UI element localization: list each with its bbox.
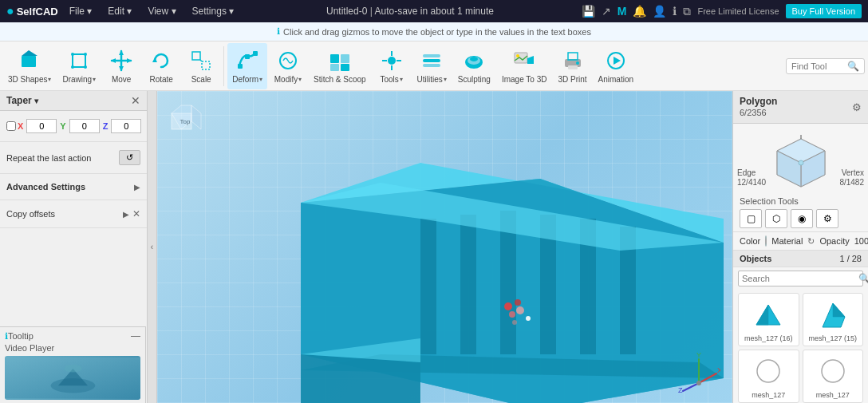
repeat-button[interactable]: ↺ bbox=[119, 150, 140, 165]
sel-btn-square[interactable]: ▢ bbox=[740, 209, 762, 228]
tool-utilities[interactable]: Utilities ▾ bbox=[412, 43, 452, 89]
tool-3d-print[interactable]: 3D Print bbox=[553, 43, 591, 89]
share-icon[interactable]: ↗ bbox=[602, 5, 611, 18]
svg-marker-31 bbox=[527, 56, 534, 64]
axis-y-input[interactable] bbox=[69, 119, 100, 133]
checkbox-x[interactable]: X bbox=[6, 121, 23, 131]
copy-offsets-label: Copy offsets bbox=[6, 209, 55, 219]
3d-preview-container: Edge 12/4140 Vertex 8/1482 bbox=[733, 124, 868, 193]
menu-view[interactable]: View ▾ bbox=[143, 4, 180, 18]
save-icon[interactable]: 💾 bbox=[582, 5, 595, 18]
taper-close-icon[interactable]: ✕ bbox=[131, 94, 140, 107]
rotate-icon bbox=[148, 48, 174, 73]
scale-label: Scale bbox=[191, 75, 211, 85]
external-icon[interactable]: ⧉ bbox=[683, 5, 691, 18]
polygon-count: 6/2356 bbox=[740, 108, 767, 117]
advanced-row[interactable]: Advanced Settings ▶ bbox=[6, 179, 140, 195]
tool-modify[interactable]: Modify ▾ bbox=[269, 43, 307, 89]
menu-file[interactable]: File ▾ bbox=[65, 4, 97, 18]
search-icon[interactable]: 🔍 bbox=[855, 271, 868, 286]
objects-count: 1 / 28 bbox=[839, 254, 862, 263]
tool-3d-shapes[interactable]: 3D Shapes ▾ bbox=[3, 43, 56, 89]
image-to-3d-label: Image To 3D bbox=[502, 75, 547, 85]
selection-buttons: ▢ ⬡ ◉ ⚙ bbox=[740, 209, 862, 228]
sel-btn-sphere[interactable]: ◉ bbox=[791, 209, 813, 228]
sel-btn-cube[interactable]: ⬡ bbox=[765, 209, 787, 228]
vertex-count: 8/1482 bbox=[839, 178, 864, 187]
axis-x-input[interactable] bbox=[26, 119, 57, 133]
svg-rect-21 bbox=[330, 64, 339, 71]
svg-point-78 bbox=[799, 160, 803, 165]
tool-tools[interactable]: Tools ▾ bbox=[373, 43, 411, 89]
mesh-item-2[interactable]: mesh_127 bbox=[738, 350, 799, 403]
image-to-3d-icon bbox=[511, 48, 537, 73]
bell-icon[interactable]: 🔔 bbox=[633, 5, 646, 18]
tool-scale[interactable]: Scale bbox=[182, 43, 220, 89]
settings-gear-icon[interactable]: ⚙ bbox=[852, 101, 862, 113]
checkbox-y[interactable]: Y bbox=[60, 121, 65, 131]
tool-stitch-scoop[interactable]: Stitch & Scoop bbox=[309, 43, 371, 89]
title-center: Untitled-0 | Auto-save in about 1 minute bbox=[245, 6, 575, 17]
objects-search-input[interactable] bbox=[739, 272, 855, 285]
svg-rect-26 bbox=[423, 64, 440, 67]
mesh-item-1[interactable]: mesh_127 (15) bbox=[803, 293, 864, 346]
buy-button[interactable]: Buy Full Version bbox=[786, 4, 862, 18]
modify-label: Modify ▾ bbox=[274, 75, 302, 85]
nav-cube[interactable]: Top bbox=[164, 97, 207, 141]
user-icon[interactable]: 👤 bbox=[653, 5, 666, 18]
svg-point-4 bbox=[84, 53, 87, 56]
mesh-shape-0 bbox=[748, 297, 788, 333]
copy-close-icon[interactable]: ✕ bbox=[132, 208, 140, 219]
find-tool-bar[interactable]: 🔍 bbox=[786, 58, 865, 74]
topbar: ● SelfCAD File ▾ Edit ▾ View ▾ Settings … bbox=[0, 0, 868, 22]
mesh-grid: mesh_127 (16) mesh_127 (15) bbox=[733, 290, 868, 403]
find-tool-search-icon: 🔍 bbox=[847, 61, 859, 72]
mesh-item-3[interactable]: mesh_127 bbox=[803, 350, 864, 403]
mesh-item-0[interactable]: mesh_127 (16) bbox=[738, 293, 799, 346]
sel-btn-more[interactable]: ⚙ bbox=[816, 209, 838, 228]
video-thumbnail[interactable] bbox=[5, 356, 140, 400]
tool-image-to-3d[interactable]: Image To 3D bbox=[497, 43, 552, 89]
autosave-status: Auto-save in about 1 minute bbox=[375, 6, 494, 17]
info-icon[interactable]: ℹ bbox=[673, 5, 677, 18]
svg-marker-8 bbox=[119, 66, 124, 71]
divider-1 bbox=[223, 46, 224, 86]
tool-move[interactable]: Move bbox=[102, 43, 140, 89]
svg-marker-11 bbox=[152, 57, 157, 62]
color-picker[interactable] bbox=[765, 235, 767, 247]
axis-row: X Y Z bbox=[6, 119, 140, 133]
copy-offsets-row[interactable]: Copy offsets ▶ ✕ bbox=[6, 205, 140, 223]
tools-icon bbox=[379, 48, 404, 73]
svg-point-65 bbox=[512, 320, 517, 325]
repeat-label: Repeat the last action bbox=[6, 153, 91, 163]
mesh-label-0: mesh_127 (16) bbox=[744, 334, 793, 342]
tool-animation[interactable]: Animation bbox=[594, 43, 638, 89]
repeat-row: Repeat the last action ↺ bbox=[6, 147, 140, 168]
viewport[interactable]: Top bbox=[157, 91, 732, 403]
document-title: Untitled-0 bbox=[326, 6, 367, 17]
info-circle-icon: ℹ bbox=[277, 26, 280, 37]
right-panel: Polygon 6/2356 ⚙ Edge 12/4140 Vertex 8/1 bbox=[732, 91, 868, 403]
svg-marker-59 bbox=[301, 354, 420, 403]
checkbox-z[interactable]: Z bbox=[103, 121, 108, 131]
m-icon[interactable]: M bbox=[617, 5, 627, 18]
axis-z-input[interactable] bbox=[111, 119, 141, 133]
tooltip-close-icon[interactable]: — bbox=[131, 330, 140, 342]
tool-deform[interactable]: Deform ▾ bbox=[227, 43, 267, 89]
objects-header: Objects 1 / 28 bbox=[733, 251, 868, 267]
tool-rotate[interactable]: Rotate bbox=[142, 43, 180, 89]
polygon-header: Polygon 6/2356 ⚙ bbox=[733, 91, 868, 124]
menu-settings[interactable]: Settings ▾ bbox=[187, 4, 239, 18]
svg-text:Y: Y bbox=[696, 351, 701, 359]
repeat-section: Repeat the last action ↺ bbox=[0, 142, 147, 174]
infobar-message: Click and drag gizmos to move the object… bbox=[283, 27, 591, 37]
menu-edit[interactable]: Edit ▾ bbox=[103, 4, 136, 18]
material-label[interactable]: Material bbox=[771, 236, 803, 246]
svg-text:Top: Top bbox=[180, 118, 191, 125]
collapse-left-button[interactable]: ‹ bbox=[148, 91, 157, 403]
find-tool-input[interactable] bbox=[791, 61, 847, 71]
tool-drawing[interactable]: Drawing ▾ bbox=[57, 43, 101, 89]
svg-point-66 bbox=[526, 316, 531, 321]
tooltip-panel: ℹ Tooltip — Video Player bbox=[0, 326, 146, 403]
tool-sculpting[interactable]: Sculpting bbox=[453, 43, 495, 89]
